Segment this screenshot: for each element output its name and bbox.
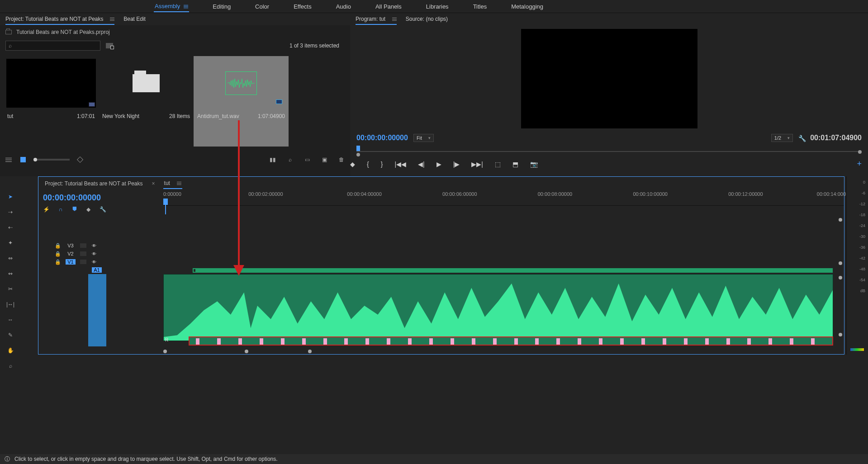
go-to-in-icon[interactable]: |◀◀: [394, 161, 406, 168]
track-toggle[interactable]: [80, 243, 86, 248]
list-view-icon[interactable]: [5, 156, 13, 164]
ripple-edit-icon[interactable]: ✦: [5, 238, 15, 248]
razor-icon[interactable]: ✂: [5, 284, 15, 294]
workspace-color[interactable]: Color: [254, 1, 270, 12]
timeline-panel: Project: Tutorial Beats are NOT at Peaks…: [38, 176, 844, 355]
play-icon[interactable]: ▶: [436, 161, 441, 168]
export-frame-icon[interactable]: 📷: [530, 161, 538, 168]
eye-icon[interactable]: 👁: [91, 243, 97, 248]
linked-selection-icon[interactable]: ∩: [59, 206, 63, 213]
workspace-titles[interactable]: Titles: [472, 1, 488, 12]
delete-icon[interactable]: 🗑: [337, 156, 346, 164]
new-bin-button-icon[interactable]: ▭: [303, 156, 311, 164]
project-item-audio[interactable]: Antidrum_tut.wav 1:07:04900: [194, 56, 289, 147]
slip-icon[interactable]: |↔|: [5, 299, 15, 309]
timeline-tab-sequence[interactable]: tut: [163, 178, 182, 189]
horizontal-scrollbar[interactable]: [163, 350, 833, 355]
scroll-handle-center-icon[interactable]: [245, 350, 248, 353]
scroll-handle-right-icon[interactable]: [308, 350, 312, 353]
step-fwd-icon[interactable]: |▶: [453, 161, 460, 168]
new-item-icon[interactable]: ▣: [320, 156, 328, 164]
eye-icon[interactable]: 👁: [91, 251, 97, 256]
workspace-effects[interactable]: Effects: [293, 1, 313, 12]
hand-icon[interactable]: ✋: [5, 346, 15, 355]
eye-icon[interactable]: 👁: [91, 260, 97, 264]
new-bin-icon[interactable]: [106, 43, 113, 48]
track-v2-header[interactable]: 🔒V2👁: [38, 250, 163, 258]
thumbnail-zoom-slider[interactable]: [33, 159, 70, 161]
timeline-tab-project[interactable]: Project: Tutorial Beats are NOT at Peaks: [44, 179, 144, 189]
zoom-icon[interactable]: ⌕: [5, 361, 15, 371]
tab-program[interactable]: Program: tut: [356, 14, 397, 25]
workspace-metalogging[interactable]: Metalogging: [510, 1, 544, 12]
program-scrubber[interactable]: [356, 146, 862, 154]
fit-dropdown[interactable]: Fit: [413, 134, 434, 142]
go-to-out-icon[interactable]: ▶▶|: [471, 161, 483, 168]
project-item-bin[interactable]: New York Night 28 Items: [99, 56, 194, 147]
track-v3-header[interactable]: 🔒V3👁: [38, 241, 163, 250]
a1-track-body[interactable]: [88, 274, 106, 346]
add-marker-icon[interactable]: ◆: [350, 161, 355, 168]
track-toggle[interactable]: [80, 260, 86, 264]
beat-markers-bar[interactable]: [189, 336, 833, 346]
search-input[interactable]: ⌕: [5, 41, 100, 51]
vzoom-marker[interactable]: [839, 218, 842, 222]
slide-icon[interactable]: ↔: [5, 315, 15, 325]
find-icon[interactable]: ⌕: [286, 156, 294, 164]
program-playhead[interactable]: [356, 146, 360, 151]
resolution-dropdown[interactable]: 1/2: [771, 134, 793, 142]
lock-icon[interactable]: 🔒: [55, 251, 61, 257]
vzoom-marker[interactable]: [839, 333, 842, 336]
project-item-sequence[interactable]: tut 1:07:01: [4, 56, 99, 147]
add-marker-tl-icon[interactable]: ⛊: [72, 206, 77, 213]
timeline-playhead[interactable]: [163, 199, 168, 205]
extract-icon[interactable]: ⬒: [512, 161, 518, 168]
bin-back-icon[interactable]: [5, 30, 12, 34]
workspace-assembly[interactable]: Assembly: [154, 1, 189, 12]
close-tab-icon[interactable]: ×: [152, 180, 155, 187]
step-back-icon[interactable]: ◀|: [418, 161, 425, 168]
workspace-allpanels[interactable]: All Panels: [375, 1, 403, 12]
program-monitor[interactable]: [521, 29, 697, 128]
rate-stretch-icon[interactable]: ↭: [5, 269, 15, 279]
timeline-settings-icon[interactable]: 🔧: [100, 206, 106, 213]
selection-tool-icon[interactable]: ➤: [5, 192, 15, 202]
tab-source[interactable]: Source: (no clips): [406, 14, 448, 25]
status-text: Click to select, or click in empty space…: [14, 456, 278, 462]
lock-icon[interactable]: 🔒: [55, 259, 61, 265]
lift-icon[interactable]: ⬚: [495, 161, 501, 168]
tab-beat-edit[interactable]: Beat Edit: [123, 14, 146, 25]
timeline-timecode[interactable]: 00:00:00:00000: [43, 192, 159, 206]
track-headers: 🔒V3👁 🔒V2👁 🔒V1👁 A1: [38, 214, 163, 354]
sort-icon[interactable]: [76, 156, 84, 164]
mark-out-icon[interactable]: }: [381, 161, 383, 168]
vzoom-marker[interactable]: [839, 261, 842, 265]
vzoom-marker[interactable]: [839, 276, 842, 279]
snap-icon[interactable]: ⚡: [43, 206, 50, 213]
tab-project[interactable]: Project: Tutorial Beats are NOT at Peaks: [5, 14, 114, 25]
audio-clip[interactable]: [163, 274, 833, 341]
automate-to-sequence-icon[interactable]: ▮▮: [269, 156, 277, 164]
track-select-back-icon[interactable]: ⇠: [5, 223, 15, 232]
track-toggle[interactable]: [80, 251, 86, 256]
video-clip[interactable]: [192, 268, 833, 273]
settings-wrench-icon[interactable]: 🔧: [798, 135, 805, 141]
program-panel: Program: tut Source: (no clips) 00:00:00…: [350, 13, 868, 176]
button-editor-icon[interactable]: +: [857, 159, 862, 169]
time-ruler[interactable]: 0:00000 00:00:02:00000 00:00:04:00000 00…: [163, 190, 844, 206]
thumbnail-view-icon[interactable]: [19, 156, 27, 164]
scroll-handle-left-icon[interactable]: [163, 350, 167, 353]
pen-icon[interactable]: ✎: [5, 330, 15, 340]
workspace-editing[interactable]: Editing: [212, 1, 232, 12]
rolling-edit-icon[interactable]: ⇔: [5, 253, 15, 263]
track-a1-header[interactable]: A1: [38, 266, 163, 274]
track-v1-header[interactable]: 🔒V1👁: [38, 258, 163, 266]
timeline-marker-icon[interactable]: ◆: [86, 206, 90, 213]
workspace-audio[interactable]: Audio: [335, 1, 352, 12]
lock-icon[interactable]: 🔒: [55, 243, 61, 249]
mark-in-icon[interactable]: {: [367, 161, 369, 168]
program-timecode[interactable]: 00:00:00:00000: [356, 134, 408, 142]
tracks-area[interactable]: R: [163, 214, 833, 354]
workspace-libraries[interactable]: Libraries: [425, 1, 450, 12]
track-select-fwd-icon[interactable]: ⇢: [5, 207, 15, 217]
